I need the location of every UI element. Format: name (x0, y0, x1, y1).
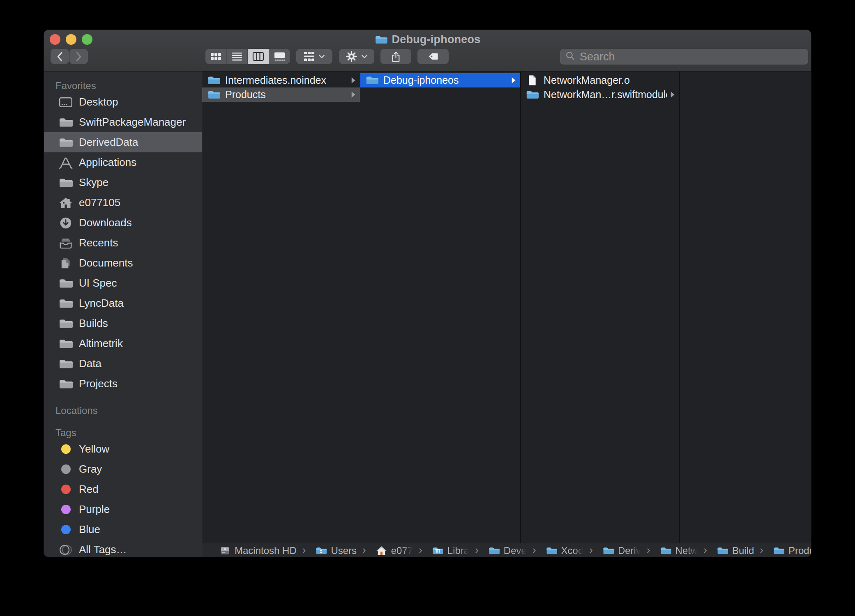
tag-button[interactable] (417, 49, 449, 64)
sidebar-item[interactable]: SwiftPackageManager (44, 112, 202, 132)
sidebar-tag-item[interactable]: Red (44, 479, 202, 499)
path-item[interactable]: Xcod (527, 544, 583, 557)
sidebar-item-icon (58, 196, 74, 210)
sidebar-item[interactable]: UI Spec (44, 273, 202, 293)
sidebar-item[interactable]: DerivedData (44, 132, 202, 152)
sidebar-tag-label: Yellow (79, 443, 109, 455)
path-item[interactable]: Netw (641, 544, 698, 557)
sidebar-section-favorites[interactable]: Favorites (44, 80, 202, 92)
sidebar-item-label: Altimetrik (79, 337, 123, 350)
disclosure-icon (511, 77, 516, 84)
sidebar-item-label: UI Spec (79, 277, 117, 290)
sidebar-item-icon (58, 317, 74, 331)
tag-icon (428, 52, 439, 61)
sidebar-section-tags[interactable]: Tags (44, 427, 202, 439)
sidebar: Favorites Desktop SwiftPackageManager De… (44, 71, 202, 557)
path-item-label: Macintosh HD (235, 545, 297, 556)
browser-column-2: Debug-iphoneos (360, 71, 521, 543)
icons-view-button[interactable] (205, 49, 227, 64)
sidebar-item-icon (58, 256, 74, 270)
sidebar-item-label: e077105 (79, 196, 120, 209)
path-item[interactable]: Deve (469, 544, 527, 557)
tag-color-icon (58, 523, 74, 537)
item-label: Products (225, 89, 348, 101)
item-icon (526, 75, 539, 86)
sidebar-item-icon (58, 115, 74, 129)
share-button[interactable] (380, 49, 411, 64)
path-item-icon (219, 546, 230, 556)
sidebar-tag-item[interactable]: Gray (44, 459, 202, 479)
path-item[interactable]: Deriv (583, 544, 641, 557)
columns-view-button[interactable] (248, 49, 269, 64)
search-input[interactable] (579, 50, 803, 64)
path-item-icon (546, 546, 557, 556)
sidebar-item-icon (58, 95, 74, 109)
title-folder-icon (375, 34, 387, 45)
list-view-button[interactable] (227, 49, 248, 64)
sidebar-item-icon (58, 156, 74, 170)
path-item-label: Xcod (561, 545, 584, 556)
path-item-icon (376, 546, 387, 556)
list-view-icon (232, 52, 242, 61)
sidebar-item-icon (58, 216, 74, 230)
sidebar-item[interactable]: Applications (44, 152, 202, 172)
sidebar-item[interactable]: Desktop (44, 92, 202, 112)
back-button[interactable] (51, 49, 69, 64)
sidebar-item[interactable]: Documents (44, 253, 202, 273)
path-item-icon (717, 546, 728, 556)
sidebar-item-icon (58, 297, 74, 310)
sidebar-item[interactable]: Projects (44, 374, 202, 394)
group-by-button[interactable] (296, 49, 332, 64)
path-item[interactable]: Libra (413, 544, 469, 557)
sidebar-item-icon (58, 276, 74, 290)
path-item[interactable]: e077 (357, 544, 413, 557)
path-item[interactable]: Macintosh HD (219, 545, 297, 556)
item-label: Debug-iphoneos (383, 74, 508, 86)
sidebar-tag-item[interactable]: All Tags… (44, 540, 202, 557)
file-row[interactable]: Intermediates.noindex (202, 73, 360, 87)
file-row[interactable]: NetworkManager.o (521, 73, 679, 87)
path-item[interactable]: Products (754, 544, 811, 557)
tag-color-icon (58, 483, 74, 496)
file-row[interactable]: NetworkMan…r.swiftmodule (521, 87, 679, 102)
item-label: NetworkMan…r.swiftmodule (544, 89, 667, 101)
sidebar-item[interactable]: Data (44, 354, 202, 374)
item-icon (526, 89, 539, 100)
sidebar-item-icon (58, 337, 74, 351)
path-item[interactable]: Build (698, 544, 754, 557)
sidebar-item-label: DerivedData (79, 136, 138, 149)
search-field[interactable] (560, 49, 808, 64)
gallery-view-button[interactable] (269, 49, 290, 64)
file-row[interactable]: Products (202, 87, 360, 102)
chevron-down-icon (361, 54, 368, 59)
action-menu-button[interactable] (339, 49, 374, 64)
chevron-down-icon (318, 54, 325, 59)
gallery-view-icon (274, 52, 286, 61)
disclosure-icon (351, 91, 356, 98)
forward-button[interactable] (69, 49, 88, 64)
sidebar-item[interactable]: Recents (44, 233, 202, 253)
sidebar-section-locations[interactable]: Locations (44, 405, 202, 417)
tag-color-icon (58, 462, 74, 476)
path-item-label: Deve (504, 545, 527, 556)
sidebar-item[interactable]: Altimetrik (44, 333, 202, 354)
sidebar-tag-label: Blue (79, 523, 100, 536)
path-bar: Macintosh HD Users e077 Libra Deve (202, 543, 811, 557)
path-item-icon (316, 546, 327, 556)
path-item-label: Deriv (618, 545, 641, 556)
sidebar-tag-item[interactable]: Blue (44, 519, 202, 540)
path-item[interactable]: Users (297, 544, 357, 557)
path-item-label: Build (732, 545, 754, 556)
sidebar-item[interactable]: LyncData (44, 293, 202, 313)
file-row[interactable]: Debug-iphoneos (360, 73, 520, 87)
sidebar-tag-item[interactable]: Purple (44, 499, 202, 519)
sidebar-item[interactable]: Downloads (44, 213, 202, 233)
sidebar-item[interactable]: Skype (44, 172, 202, 193)
sidebar-item[interactable]: Builds (44, 313, 202, 333)
sidebar-tag-item[interactable]: Yellow (44, 439, 202, 459)
sidebar-item[interactable]: e077105 (44, 193, 202, 213)
sidebar-item-label: SwiftPackageManager (79, 116, 186, 129)
sidebar-tag-label: All Tags… (79, 543, 127, 556)
item-label: Intermediates.noindex (225, 74, 348, 86)
sidebar-item-icon (58, 176, 74, 190)
